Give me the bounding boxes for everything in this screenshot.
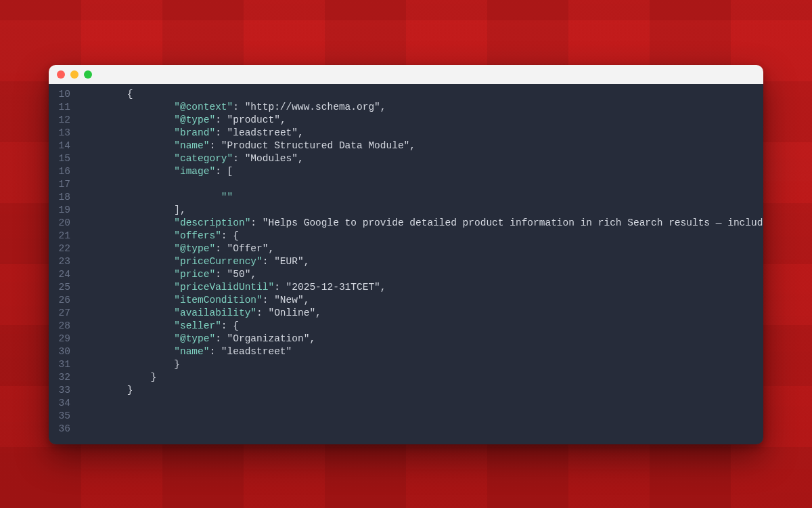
line-number: 24 [49, 268, 70, 281]
close-icon[interactable] [57, 70, 65, 79]
line-number: 17 [49, 178, 70, 191]
json-key: "description" [174, 217, 250, 228]
json-key: "@type" [174, 243, 215, 254]
code-line[interactable] [80, 397, 763, 410]
line-number: 36 [49, 423, 70, 436]
line-number: 15 [49, 152, 70, 165]
code-line[interactable]: "" [80, 191, 763, 204]
line-number: 33 [49, 384, 70, 397]
code-line[interactable]: "price": "50", [80, 268, 763, 281]
code-content[interactable]: { "@context": "http://www.schema.org", "… [74, 88, 763, 444]
line-number: 27 [49, 307, 70, 320]
json-punct: : { [221, 230, 239, 241]
line-number: 19 [49, 204, 70, 217]
code-line[interactable]: "@context": "http://www.schema.org", [80, 101, 763, 114]
code-line[interactable] [80, 410, 763, 423]
json-string: "Organization" [227, 333, 310, 344]
code-line[interactable]: "itemCondition": "New", [80, 294, 763, 307]
code-line[interactable]: "name": "leadstreet" [80, 345, 763, 358]
json-key: "@type" [174, 333, 215, 344]
json-string: "2025-12-31TCET" [286, 282, 380, 293]
line-number: 21 [49, 230, 70, 242]
line-number: 29 [49, 333, 70, 345]
json-punct: , [298, 153, 304, 164]
line-number: 13 [49, 127, 70, 140]
json-string: "Product Structured Data Module" [221, 140, 409, 151]
json-key: "offers" [174, 230, 221, 241]
json-punct: : [215, 243, 227, 254]
json-string: "50" [227, 269, 251, 280]
minimize-icon[interactable] [70, 70, 78, 79]
line-number: 10 [49, 88, 70, 101]
code-line[interactable]: } [80, 358, 763, 371]
json-string: "New" [274, 295, 304, 305]
json-punct: } [174, 359, 180, 370]
json-key: "@type" [174, 114, 215, 125]
json-punct: : { [221, 320, 239, 331]
json-punct: { [127, 89, 133, 100]
code-line[interactable]: ], [80, 204, 763, 217]
code-line[interactable]: "@type": "Organization", [80, 333, 763, 345]
json-string: "EUR" [274, 256, 304, 267]
json-punct: : [ [215, 166, 233, 177]
json-punct: : [233, 102, 244, 112]
code-line[interactable]: "priceCurrency": "EUR", [80, 255, 763, 268]
code-line[interactable]: "offers": { [80, 230, 763, 242]
json-punct: : [215, 333, 227, 344]
json-punct: , [304, 295, 310, 305]
line-number: 18 [49, 191, 70, 204]
json-punct: : [274, 282, 286, 293]
code-window: 1011121314151617181920212223242526272829… [49, 65, 763, 444]
json-string: "leadstreet" [221, 346, 292, 357]
line-number: 16 [49, 165, 70, 178]
json-punct: , [250, 269, 256, 280]
code-line[interactable]: "seller": { [80, 320, 763, 333]
code-line[interactable]: } [80, 371, 763, 384]
json-punct: : [209, 346, 221, 357]
json-key: "name" [174, 140, 209, 151]
json-punct: , [409, 140, 415, 151]
json-punct: : [256, 308, 268, 318]
json-key: "brand" [174, 127, 215, 138]
code-line[interactable]: "priceValidUntil": "2025-12-31TCET", [80, 281, 763, 294]
line-number: 26 [49, 294, 70, 307]
code-line[interactable]: "@type": "product", [80, 114, 763, 127]
window-titlebar [49, 65, 763, 84]
line-number: 12 [49, 114, 70, 127]
json-punct: , [315, 308, 321, 318]
code-line[interactable]: "category": "Modules", [80, 152, 763, 165]
line-number: 30 [49, 345, 70, 358]
code-line[interactable]: "name": "Product Structured Data Module"… [80, 140, 763, 152]
json-punct: : [233, 153, 244, 164]
code-editor[interactable]: 1011121314151617181920212223242526272829… [49, 84, 763, 444]
json-punct: : [263, 256, 274, 267]
line-number: 23 [49, 255, 70, 268]
code-line[interactable]: "availability": "Online", [80, 307, 763, 320]
line-number: 11 [49, 101, 70, 114]
json-key: "" [221, 192, 233, 203]
json-punct: , [309, 333, 315, 344]
zoom-icon[interactable] [84, 70, 92, 79]
json-punct: , [304, 256, 310, 267]
line-number: 22 [49, 242, 70, 255]
code-line[interactable] [80, 178, 763, 191]
json-string: "Online" [268, 308, 315, 318]
json-key: "@context" [174, 102, 233, 112]
json-punct: : [209, 140, 221, 151]
json-key: "name" [174, 346, 209, 357]
json-string: "product" [227, 114, 280, 125]
json-punct: : [263, 295, 274, 305]
json-key: "priceCurrency" [174, 256, 263, 267]
code-line[interactable]: "description": "Helps Google to provide … [80, 217, 763, 230]
code-line[interactable]: "image": [ [80, 165, 763, 178]
code-line[interactable] [80, 423, 763, 436]
code-line[interactable]: } [80, 384, 763, 397]
json-key: "availability" [174, 308, 256, 318]
json-key: "seller" [174, 320, 221, 331]
json-string: "Modules" [245, 153, 298, 164]
code-line[interactable]: "brand": "leadstreet", [80, 127, 763, 140]
json-punct: , [280, 114, 286, 125]
code-line[interactable]: { [80, 88, 763, 101]
code-line[interactable]: "@type": "Offer", [80, 242, 763, 255]
line-number: 14 [49, 140, 70, 152]
